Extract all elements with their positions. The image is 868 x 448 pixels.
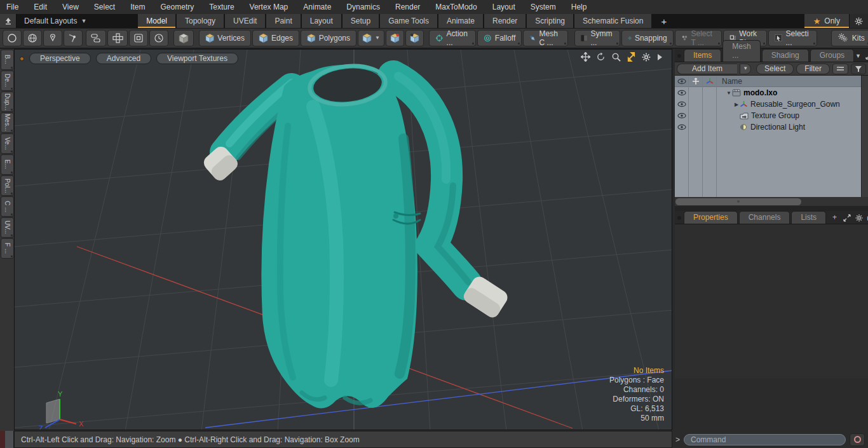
unwrap-tool-button[interactable] [107,30,128,46]
tree-row-scene[interactable]: ▼ modo.lxo [717,87,868,98]
add-item-button[interactable]: Add Item [677,64,737,74]
tab-setup[interactable]: Setup [342,14,379,28]
name-column-header[interactable]: Name [717,76,868,87]
symmetry-button[interactable]: Symm ... [574,30,620,46]
viewport-flyout-icon[interactable] [656,53,663,61]
more-tabs-icon[interactable]: ▼ [855,53,861,59]
favorites-only-button[interactable]: ★ Only [804,14,849,28]
tab-uvedit[interactable]: UVEdit [224,14,266,28]
menu-layout[interactable]: Layout [492,3,515,11]
menu-select[interactable]: Select [94,3,115,11]
mesh-constraint-button[interactable]: Mesh C ... [523,30,567,46]
lift-layout-button[interactable] [0,14,17,28]
toolbox-tab-polygon[interactable]: Pol... [1,175,14,196]
select-button[interactable]: Select [756,64,794,74]
toolbox-tab-deform[interactable]: De... [1,71,14,91]
set-selection-button[interactable] [386,30,404,46]
tab-channels[interactable]: Channels [739,211,790,224]
selection-sets-button[interactable]: Selecti ... [768,30,817,46]
tab-properties[interactable]: Properties [684,211,738,224]
menu-edit[interactable]: Edit [34,3,47,11]
scrollbar-thumb[interactable] [675,198,801,205]
menu-maxtomodo[interactable]: MaxToModo [435,3,477,11]
item-list-horizontal-scrollbar[interactable] [675,197,868,206]
expand-panel-icon[interactable] [865,52,868,60]
layout-preset-dropdown[interactable]: Default Layouts ▼ [17,14,94,28]
viewport-textures-button[interactable]: Viewport Textures [156,53,238,64]
toolbox-tab-vertex[interactable]: Ve... [1,133,14,154]
tab-items[interactable]: Items [684,49,721,62]
toolbox-tab-curves[interactable]: C ... [1,196,14,217]
menu-view[interactable]: View [62,3,79,11]
pan-icon[interactable] [581,52,590,62]
tab-mesh-ops[interactable]: Mesh ... [722,40,760,62]
zoom-icon[interactable] [611,52,621,62]
panel-thumb-dot[interactable] [677,54,681,58]
bend-tool-button[interactable] [64,30,83,46]
tab-groups[interactable]: Groups [810,49,854,62]
expand-triangle-icon[interactable]: ▶ [733,102,740,107]
tab-model[interactable]: Model [137,14,176,28]
tab-game-tools[interactable]: Game Tools [379,14,438,28]
command-input[interactable] [684,434,846,445]
menu-render[interactable]: Render [395,3,420,11]
snapping-button[interactable]: Snapping [621,30,674,46]
tab-schematic-fusion[interactable]: Schematic Fusion [574,14,652,28]
toolbox-tab-edge[interactable]: E... [1,154,14,175]
panel-settings-gear-icon[interactable] [855,214,863,222]
add-item-dropdown[interactable]: ▼ [740,64,751,74]
viewport-settings-gear-icon[interactable] [642,53,651,62]
viewport-menu-dot[interactable] [20,57,24,61]
rotate-icon[interactable] [596,52,606,62]
polygons-mode-button[interactable]: Polygons [301,30,356,46]
panel-thumb-dot[interactable] [677,216,681,220]
tree-row-texture-group[interactable]: Texture Group [717,110,868,121]
menu-dynamics[interactable]: Dynamics [346,3,380,11]
sphere-tool-button[interactable] [23,30,42,46]
action-center-button[interactable]: Action ... [429,30,476,46]
menu-animate[interactable]: Animate [303,3,331,11]
tree-row-gown[interactable]: ▶ Reusable_Surgeon_Gown [717,98,868,110]
duplicate-tool-button[interactable] [86,30,106,46]
filter-button[interactable]: Filter [796,64,830,74]
menu-item[interactable]: Item [130,3,145,11]
toolbox-tab-mesh[interactable]: Mes... [1,112,14,133]
visibility-toggle-light[interactable] [675,121,688,133]
layout-settings-button[interactable] [849,14,868,28]
edges-mode-button[interactable]: Edges [252,30,299,46]
menu-file[interactable]: File [6,3,18,11]
pen-tool-button[interactable] [43,30,62,46]
viewport-projection-button[interactable]: Perspective [29,53,91,64]
collapse-triangle-icon[interactable]: ▼ [726,90,732,96]
kits-button[interactable]: Kits [831,30,868,46]
expand-panel-icon[interactable] [843,214,851,222]
tab-lists[interactable]: Lists [791,211,826,224]
tab-paint[interactable]: Paint [266,14,301,28]
tab-shading[interactable]: Shading [762,49,809,62]
tab-animate[interactable]: Animate [438,14,484,28]
menu-texture[interactable]: Texture [209,3,234,11]
tab-scripting[interactable]: Scripting [526,14,574,28]
vertices-mode-button[interactable]: Vertices [199,30,251,46]
toolbox-tab-duplicate[interactable]: Dup... [1,92,14,112]
toolbox-tab-uv[interactable]: UV... [1,217,14,238]
background-constraint-button[interactable] [129,30,148,46]
toolbox-tab-fusion[interactable]: F ... [1,238,14,259]
menu-vertex-map[interactable]: Vertex Map [250,3,288,11]
tab-layout[interactable]: Layout [301,14,342,28]
ellipse-tool-button[interactable] [3,30,22,46]
toolbox-tab-basic[interactable]: B... [1,50,14,70]
maximize-icon[interactable] [627,52,636,62]
list-options-button[interactable] [832,64,848,74]
history-tool-button[interactable] [149,30,168,46]
paste-selection-button[interactable] [405,30,424,46]
viewport-3d[interactable]: Y X Z Perspective Advanced Viewport Text… [14,49,672,430]
tab-topology[interactable]: Topology [176,14,224,28]
menu-system[interactable]: System [531,3,556,11]
add-layout-tab-button[interactable]: + [652,14,675,28]
item-mode-button[interactable] [173,30,194,46]
menu-help[interactable]: Help [571,3,587,11]
viewport-shading-button[interactable]: Advanced [96,53,151,64]
select-through-button[interactable]: Select T ... [675,30,722,46]
filter-funnel-button[interactable] [851,64,866,74]
